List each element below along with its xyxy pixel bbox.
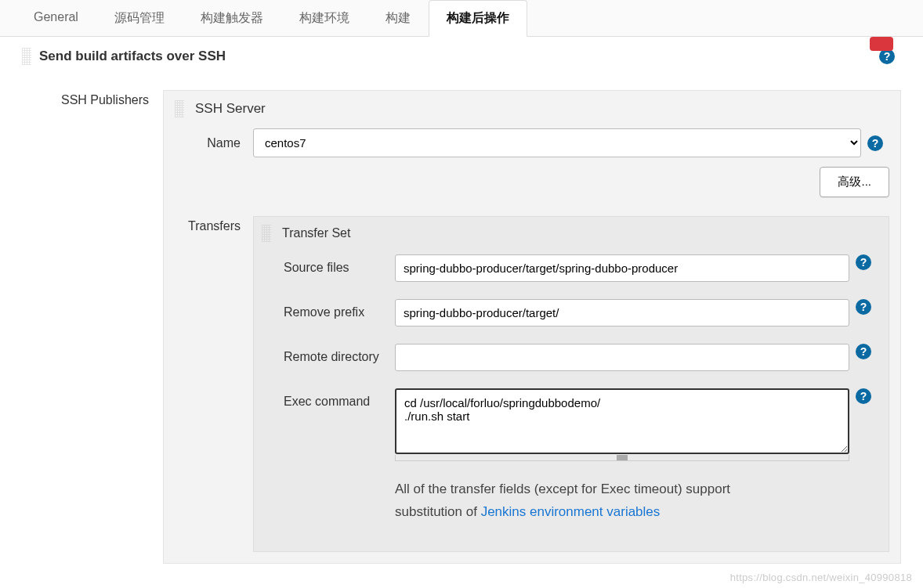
delete-badge[interactable] xyxy=(870,37,893,51)
source-files-label: Source files xyxy=(262,254,395,275)
help-icon[interactable] xyxy=(867,135,883,151)
watermark-text: https://blog.csdn.net/weixin_40990818 xyxy=(730,572,912,583)
ssh-server-name-select[interactable]: centos7 xyxy=(253,128,861,157)
tab-build[interactable]: 构建 xyxy=(367,0,429,37)
tab-environment[interactable]: 构建环境 xyxy=(281,0,367,37)
help-icon[interactable] xyxy=(856,254,871,270)
ssh-server-heading: SSH Server xyxy=(195,101,266,117)
remote-directory-label: Remote directory xyxy=(262,344,395,364)
help-icon[interactable] xyxy=(856,388,871,404)
tab-triggers[interactable]: 构建触发器 xyxy=(183,0,281,37)
config-tabs: General 源码管理 构建触发器 构建环境 构建 构建后操作 xyxy=(0,0,923,37)
tab-post-build[interactable]: 构建后操作 xyxy=(429,0,527,37)
ssh-publishers-panel: SSH Server Name centos7 高级... Transfers xyxy=(163,90,901,564)
jenkins-env-vars-link[interactable]: Jenkins environment variables xyxy=(481,504,661,519)
hint-text: All of the transfer fields (except for E… xyxy=(395,478,740,523)
drag-handle-icon[interactable] xyxy=(262,225,271,242)
resize-grip-icon[interactable] xyxy=(395,455,849,461)
section-title: Send build artifacts over SSH xyxy=(39,49,226,64)
tab-scm[interactable]: 源码管理 xyxy=(96,0,183,37)
transfers-panel: Transfer Set Source files Remove prefix … xyxy=(253,216,889,552)
ssh-publishers-label: SSH Publishers xyxy=(22,90,163,564)
advanced-button[interactable]: 高级... xyxy=(820,167,889,197)
name-label: Name xyxy=(175,136,253,150)
transfers-label: Transfers xyxy=(175,216,253,552)
remove-prefix-input[interactable] xyxy=(395,299,849,326)
help-icon[interactable] xyxy=(856,344,871,359)
exec-command-textarea[interactable] xyxy=(395,388,849,454)
section-header: Send build artifacts over SSH xyxy=(22,45,901,68)
exec-command-label: Exec command xyxy=(262,388,395,409)
remote-directory-input[interactable] xyxy=(395,344,849,371)
help-icon[interactable] xyxy=(856,299,871,315)
transfer-set-heading: Transfer Set xyxy=(282,226,350,240)
tab-general[interactable]: General xyxy=(16,0,96,37)
source-files-input[interactable] xyxy=(395,254,849,282)
drag-handle-icon[interactable] xyxy=(175,100,184,117)
help-icon[interactable] xyxy=(879,49,895,64)
remove-prefix-label: Remove prefix xyxy=(262,299,395,319)
drag-handle-icon[interactable] xyxy=(22,48,31,65)
